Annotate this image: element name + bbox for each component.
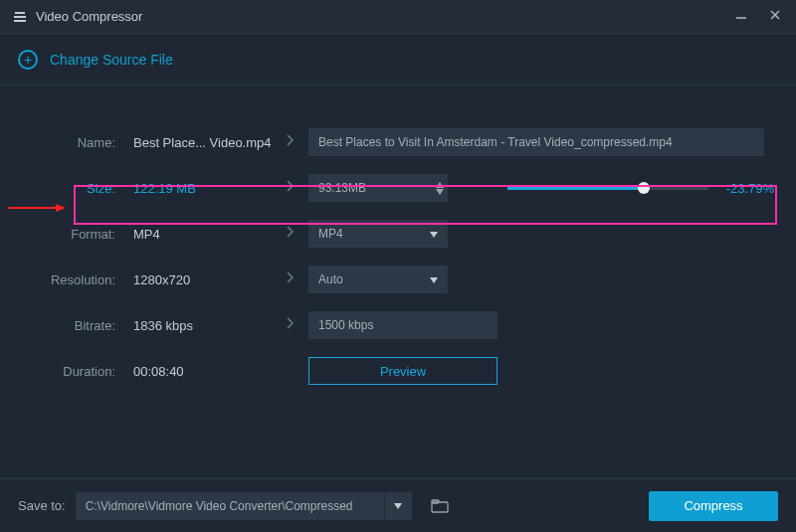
bitrate-value: 1836 kbps <box>133 318 273 333</box>
svg-marker-9 <box>394 503 402 509</box>
row-name: Name: Best Place... Video.mp4 Best Place… <box>44 119 774 165</box>
duration-label: Duration: <box>44 364 133 379</box>
chevron-right-icon <box>286 225 296 243</box>
compress-button[interactable]: Compress <box>649 491 778 521</box>
output-name-text: Best Places to Visit In Amsterdam - Trav… <box>318 135 673 149</box>
preview-label: Preview <box>380 364 426 379</box>
save-path-dropdown[interactable] <box>384 492 412 520</box>
row-bitrate: Bitrate: 1836 kbps 1500 kbps <box>44 302 774 348</box>
title-bar: Video Compressor <box>0 0 796 34</box>
format-selected: MP4 <box>318 227 343 241</box>
plus-icon: + <box>18 50 38 70</box>
close-button[interactable] <box>768 8 782 25</box>
header: + Change Source File <box>0 34 796 86</box>
target-size-field[interactable]: 93.13MB <box>308 174 448 202</box>
app-icon <box>14 12 26 22</box>
row-resolution: Resolution: 1280x720 Auto <box>44 257 774 302</box>
size-slider-wrap: -23.79% <box>448 180 774 196</box>
chevron-right-icon <box>286 179 296 197</box>
folder-icon <box>431 499 449 513</box>
window-controls <box>734 8 782 25</box>
title-bar-left: Video Compressor <box>14 9 142 24</box>
size-label: Size: <box>44 181 133 196</box>
bitrate-target: 1500 kbps <box>318 318 373 332</box>
preview-button[interactable]: Preview <box>308 357 498 385</box>
svg-marker-6 <box>430 277 438 283</box>
chevron-right-icon <box>286 133 296 151</box>
open-folder-button[interactable] <box>426 492 454 520</box>
svg-marker-4 <box>436 189 444 195</box>
change-source-button[interactable]: + Change Source File <box>18 50 173 70</box>
bitrate-label: Bitrate: <box>44 318 133 333</box>
target-size-text: 93.13MB <box>318 181 366 195</box>
caret-down-icon <box>430 274 438 285</box>
size-stepper[interactable] <box>436 182 444 195</box>
output-name-field[interactable]: Best Places to Visit In Amsterdam - Trav… <box>308 128 764 156</box>
slider-fill <box>507 187 644 190</box>
row-duration: Duration: 00:08:40 Preview <box>44 348 774 394</box>
minimize-button[interactable] <box>734 8 748 25</box>
stepper-down-icon[interactable] <box>436 189 444 195</box>
bitrate-field[interactable]: 1500 kbps <box>308 311 498 339</box>
save-to-label: Save to: <box>18 498 66 513</box>
resolution-label: Resolution: <box>44 272 133 287</box>
footer: Save to: C:\Vidmore\Vidmore Video Conver… <box>0 478 796 532</box>
size-slider[interactable] <box>507 180 708 196</box>
resolution-value: 1280x720 <box>133 272 273 287</box>
chevron-right-icon <box>286 316 296 334</box>
save-path-text: C:\Vidmore\Vidmore Video Converter\Compr… <box>86 499 353 513</box>
resolution-select[interactable]: Auto <box>308 266 448 293</box>
resolution-selected: Auto <box>318 272 343 286</box>
row-format: Format: MP4 MP4 <box>44 211 774 257</box>
format-label: Format: <box>44 227 133 242</box>
compress-label: Compress <box>684 498 742 513</box>
size-percent: -23.79% <box>726 181 774 196</box>
save-path-field[interactable]: C:\Vidmore\Vidmore Video Converter\Compr… <box>76 492 384 520</box>
format-select[interactable]: MP4 <box>308 220 448 248</box>
stepper-up-icon[interactable] <box>436 182 444 188</box>
caret-down-icon <box>430 229 438 240</box>
caret-down-icon <box>394 503 402 509</box>
format-value: MP4 <box>133 227 273 242</box>
chevron-right-icon <box>286 270 296 288</box>
main-panel: Name: Best Place... Video.mp4 Best Place… <box>0 86 796 416</box>
row-size: Size: 122.19 MB 93.13MB -23.79% <box>44 165 774 211</box>
slider-thumb[interactable] <box>638 182 650 194</box>
name-label: Name: <box>44 135 133 150</box>
svg-marker-3 <box>436 182 444 188</box>
app-title: Video Compressor <box>36 9 142 24</box>
change-source-label: Change Source File <box>50 52 173 68</box>
duration-value: 00:08:40 <box>133 364 273 379</box>
size-value: 122.19 MB <box>133 181 273 196</box>
svg-marker-5 <box>430 232 438 238</box>
name-value: Best Place... Video.mp4 <box>133 135 273 150</box>
